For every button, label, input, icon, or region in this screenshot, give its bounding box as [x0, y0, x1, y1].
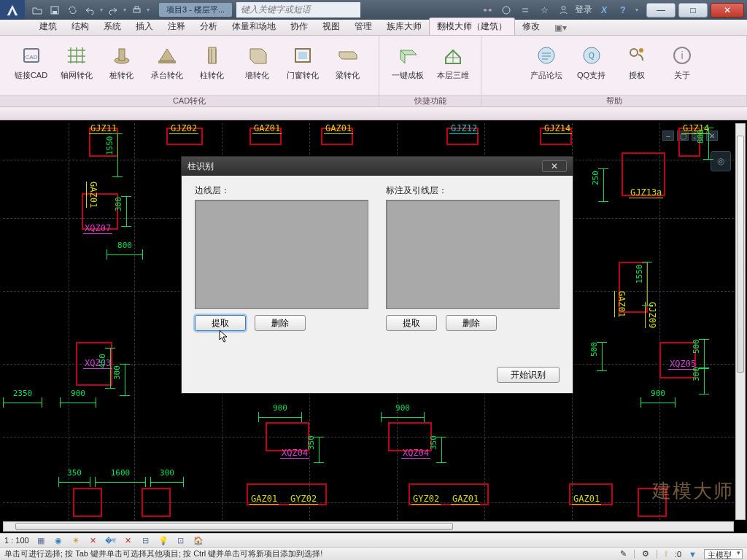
dialog-close-button[interactable]: ✕	[542, 160, 567, 172]
ribbon-btn-产品论坛[interactable]: 产品论坛	[525, 40, 568, 94]
cad-dimension: 300	[699, 368, 709, 394]
tab-manage[interactable]: 管理	[347, 18, 379, 35]
favorite-icon[interactable]: ☆	[537, 4, 551, 17]
ribbon-icon	[64, 43, 89, 68]
help-icon[interactable]: ?	[616, 4, 630, 17]
print-icon[interactable]	[128, 3, 144, 18]
cad-dimension: 350	[436, 437, 446, 463]
shadows-icon[interactable]: ✕	[88, 535, 99, 545]
close-button[interactable]: ✕	[711, 3, 744, 18]
filter-icon[interactable]: ▼	[689, 550, 697, 559]
ribbon-btn-链接CAD[interactable]: CAD链接CAD	[10, 40, 53, 94]
user-icon[interactable]	[556, 4, 570, 17]
hide-icon[interactable]: ⊟	[140, 535, 152, 545]
scale-value[interactable]: 1 : 100	[4, 536, 29, 545]
ribbon: CAD链接CAD轴网转化桩转化承台转化柱转化墙转化门窗转化梁转化 CAD转化 一…	[0, 36, 747, 107]
ribbon-btn-柱转化[interactable]: 柱转化	[191, 40, 233, 94]
vertical-scrollbar[interactable]	[735, 123, 746, 520]
svg-text:CAD: CAD	[25, 54, 37, 61]
reveal-icon[interactable]: 💡	[158, 535, 169, 545]
nav-wheel-icon[interactable]: ◎	[711, 151, 731, 171]
cad-dimension: 300	[121, 196, 131, 227]
cad-tag: XQZ04	[79, 518, 108, 520]
cad-tag: GAZ01	[249, 494, 279, 505]
binoculars-icon[interactable]: 👓	[480, 4, 495, 17]
cad-tag: GYZ02	[411, 494, 441, 505]
document-title: 项目3 - 楼层平...	[159, 3, 232, 17]
minimize-button[interactable]: —	[646, 3, 676, 18]
crop-region-icon[interactable]: ✕	[123, 535, 134, 545]
panel-label-quick: 快捷功能	[379, 95, 481, 106]
tab-massing[interactable]: 体量和场地	[225, 18, 283, 35]
select-links-icon[interactable]: ⟟	[665, 549, 667, 559]
extract-right-button[interactable]: 提取	[386, 315, 437, 331]
detail-level-icon[interactable]: ▦	[35, 535, 47, 545]
column-recognition-dialog: 柱识别 ✕ 边线层： 提取 删除 标注及引线层： 提取 删除 开始识别	[181, 156, 573, 394]
ribbon-btn-墙转化[interactable]: 墙转化	[236, 40, 279, 94]
view-home-icon[interactable]: –	[662, 131, 674, 141]
cad-dimension: 350	[58, 477, 90, 487]
dialog-titlebar[interactable]: 柱识别 ✕	[182, 157, 573, 176]
tab-annotate[interactable]: 注释	[160, 18, 193, 35]
svg-rect-1	[53, 11, 57, 14]
ribbon-icon	[395, 43, 420, 68]
cad-tag: GJZ09	[645, 302, 659, 328]
cad-tag: XQZ07	[83, 223, 112, 234]
exchange-icon[interactable]	[518, 4, 533, 17]
model-combo[interactable]: 主模型	[704, 549, 743, 559]
search-input[interactable]: 键入关键字或短语	[236, 2, 360, 18]
ribbon-btn-承台转化[interactable]: 承台转化	[146, 40, 188, 94]
tab-systems[interactable]: 系统	[96, 18, 128, 35]
crop-icon[interactable]: �দ	[105, 535, 117, 545]
extract-left-button[interactable]: 提取	[195, 315, 246, 331]
tab-family-master[interactable]: 族库大师	[379, 18, 429, 35]
app-menu-icon[interactable]	[0, 0, 25, 20]
ribbon-btn-一键成板[interactable]: 一键成板	[387, 40, 429, 94]
ribbon-btn-门窗转化[interactable]: 门窗转化	[282, 40, 324, 94]
tab-architecture[interactable]: 建筑	[32, 18, 64, 35]
delete-left-button[interactable]: 删除	[255, 315, 306, 331]
ribbon-btn-轴网转化[interactable]: 轴网转化	[55, 40, 98, 94]
ribbon-btn-授权[interactable]: 授权	[616, 40, 658, 94]
ribbon-btn-桩转化[interactable]: 桩转化	[101, 40, 143, 94]
sync-icon[interactable]	[64, 3, 80, 18]
ribbon-btn-梁转化[interactable]: 梁转化	[327, 40, 369, 94]
delete-right-button[interactable]: 删除	[446, 315, 497, 331]
cad-tag: XQZ03	[643, 518, 673, 520]
exchange-x-icon[interactable]: X	[597, 4, 611, 17]
ribbon-btn-本层三维[interactable]: 本层三维	[432, 40, 474, 94]
design-options-icon[interactable]: ⚙	[642, 549, 649, 559]
login-link[interactable]: 登录	[575, 4, 592, 16]
open-icon[interactable]	[29, 3, 45, 18]
tab-structure[interactable]: 结构	[64, 18, 96, 35]
ribbon-btn-关于[interactable]: i关于	[661, 40, 703, 94]
horizontal-scrollbar[interactable]	[3, 521, 734, 532]
ribbon-icon	[109, 43, 134, 68]
visual-style-icon[interactable]: ◉	[53, 535, 64, 545]
tab-analyze[interactable]: 分析	[193, 18, 225, 35]
annotation-layer-list[interactable]	[386, 200, 560, 309]
temp-hide-icon[interactable]: ⊡	[175, 535, 187, 545]
ribbon-btn-QQ支持[interactable]: QQQ支持	[570, 40, 613, 94]
undo-icon[interactable]	[82, 3, 98, 18]
tab-modify[interactable]: 修改	[515, 18, 547, 35]
redo-icon[interactable]	[105, 3, 121, 18]
tab-model-master[interactable]: 翻模大师（建筑）	[429, 18, 515, 35]
tab-overflow-icon[interactable]: ▣▾	[547, 20, 574, 35]
cad-tag: GYZ02	[289, 494, 318, 505]
cad-dimension: 900	[640, 397, 676, 408]
options-bar	[0, 107, 747, 120]
properties-icon[interactable]: 🏠	[193, 535, 204, 545]
tab-collab[interactable]: 协作	[283, 18, 315, 35]
comm-icon[interactable]	[499, 4, 514, 17]
cad-tag: GAZ01	[614, 291, 628, 317]
cad-tag: GAZ01	[86, 182, 100, 208]
worksets-icon[interactable]: ✎	[620, 549, 627, 559]
start-recognition-button[interactable]: 开始识别	[497, 367, 560, 383]
maximize-button[interactable]: □	[678, 3, 708, 18]
tab-view[interactable]: 视图	[315, 18, 347, 35]
save-icon[interactable]	[47, 3, 63, 18]
sun-path-icon[interactable]: ☀	[70, 535, 82, 545]
edge-layer-list[interactable]	[195, 200, 368, 309]
tab-insert[interactable]: 插入	[128, 18, 160, 35]
